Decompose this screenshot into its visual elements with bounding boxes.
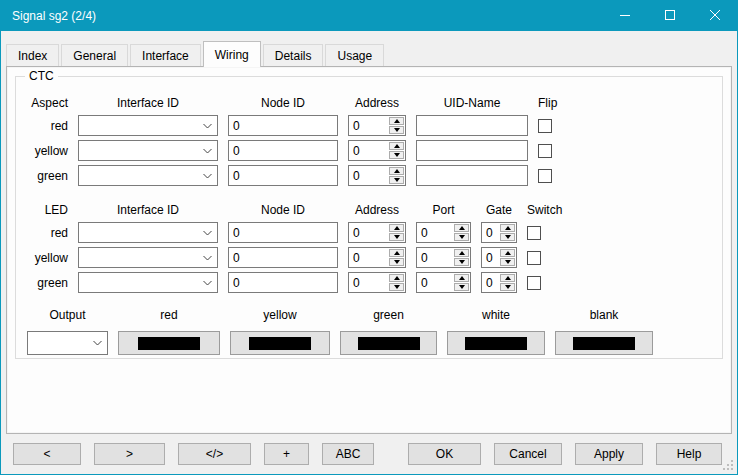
resize-grip-icon[interactable]: [723, 460, 733, 470]
spin-up-button[interactable]: [454, 274, 469, 282]
spin-up-button[interactable]: [454, 249, 469, 257]
spin-down-button[interactable]: [389, 283, 404, 291]
aspect-green-interface-combobox[interactable]: [78, 165, 218, 186]
spinner-value: 0: [350, 167, 389, 184]
spin-down-button[interactable]: [389, 151, 404, 159]
maximize-button[interactable]: [647, 1, 692, 31]
aspect-green-address-spinner[interactable]: 0: [348, 165, 406, 186]
aspect-yellow-uid-name-input[interactable]: [416, 140, 528, 161]
aspect-yellow-address-spinner[interactable]: 0: [348, 140, 406, 161]
gate-header: Gate: [481, 203, 517, 218]
aspect-green-node-id-input[interactable]: [228, 165, 338, 186]
chevron-down-icon: [203, 148, 212, 154]
spin-down-button[interactable]: [454, 258, 469, 266]
output-white-header: white: [447, 308, 545, 323]
spin-down-button[interactable]: [389, 176, 404, 184]
spin-down-button[interactable]: [389, 258, 404, 266]
spin-down-button[interactable]: [454, 283, 469, 291]
led-red-port-spinner[interactable]: 0: [416, 222, 471, 243]
led-yellow-switch-checkbox[interactable]: [527, 251, 541, 265]
triangle-up-icon: [459, 251, 465, 255]
led-green-interface-combobox[interactable]: [78, 272, 218, 293]
spin-down-button[interactable]: [389, 126, 404, 134]
tab-strip: Index General Interface Wiring Details U…: [1, 31, 737, 66]
output-yellow-color-button[interactable]: [230, 331, 330, 355]
output-red-color-button[interactable]: [118, 331, 220, 355]
triangle-up-icon: [505, 276, 511, 280]
output-combobox[interactable]: [27, 331, 108, 355]
tab-wiring[interactable]: Wiring: [203, 41, 261, 67]
aspect-green-uid-name-input[interactable]: [416, 165, 528, 186]
tab-usage[interactable]: Usage: [325, 44, 384, 66]
add-button[interactable]: +: [264, 443, 309, 465]
apply-button[interactable]: Apply: [575, 443, 643, 465]
led-red-switch-checkbox[interactable]: [527, 226, 541, 240]
spin-down-button[interactable]: [500, 283, 515, 291]
aspect-red-uid-name-input[interactable]: [416, 115, 528, 136]
spin-up-button[interactable]: [500, 224, 515, 232]
spin-up-button[interactable]: [500, 249, 515, 257]
output-yellow-header: yellow: [230, 308, 330, 323]
led-green-address-spinner[interactable]: 0: [348, 272, 406, 293]
spin-up-button[interactable]: [389, 117, 404, 125]
aspect-red-flip-checkbox[interactable]: [538, 119, 552, 133]
markup-button[interactable]: </>: [178, 443, 251, 465]
aspect-yellow-node-id-input[interactable]: [228, 140, 338, 161]
spin-up-button[interactable]: [389, 249, 404, 257]
aspect-yellow-flip-checkbox[interactable]: [538, 144, 552, 158]
abc-button[interactable]: ABC: [322, 443, 374, 465]
spin-up-button[interactable]: [389, 167, 404, 175]
aspect-red-address-spinner[interactable]: 0: [348, 115, 406, 136]
spin-down-button[interactable]: [500, 233, 515, 241]
flip-header: Flip: [538, 96, 553, 111]
spin-down-button[interactable]: [500, 258, 515, 266]
spin-up-button[interactable]: [500, 274, 515, 282]
output-red-header: red: [118, 308, 220, 323]
output-green-color-button[interactable]: [340, 331, 437, 355]
led-green-node-id-input[interactable]: [228, 272, 338, 293]
prev-button[interactable]: <: [13, 443, 81, 465]
led-yellow-node-id-input[interactable]: [228, 247, 338, 268]
output-blank-color-button[interactable]: [555, 331, 653, 355]
ok-button[interactable]: OK: [408, 443, 481, 465]
aspect-red-node-id-input[interactable]: [228, 115, 338, 136]
led-red-interface-combobox[interactable]: [78, 222, 218, 243]
chevron-down-icon: [203, 280, 212, 286]
aspect-section: Aspect Interface ID Node ID Address UID-…: [18, 96, 722, 186]
tab-general[interactable]: General: [61, 44, 128, 66]
spin-up-button[interactable]: [454, 224, 469, 232]
triangle-up-icon: [394, 276, 400, 280]
aspect-green-flip-checkbox[interactable]: [538, 169, 552, 183]
led-yellow-gate-spinner[interactable]: 0: [481, 247, 517, 268]
led-red-address-spinner[interactable]: 0: [348, 222, 406, 243]
tab-interface[interactable]: Interface: [130, 44, 201, 66]
tab-index[interactable]: Index: [6, 44, 59, 66]
led-green-port-spinner[interactable]: 0: [416, 272, 471, 293]
led-yellow-interface-combobox[interactable]: [78, 247, 218, 268]
led-red-node-id-input[interactable]: [228, 222, 338, 243]
spin-up-button[interactable]: [389, 224, 404, 232]
led-red-label: red: [18, 226, 68, 240]
led-red-gate-spinner[interactable]: 0: [481, 222, 517, 243]
aspect-yellow-interface-combobox[interactable]: [78, 140, 218, 161]
cancel-button[interactable]: Cancel: [494, 443, 562, 465]
next-button[interactable]: >: [94, 443, 165, 465]
spinner-value: 0: [418, 224, 454, 241]
button-label: </>: [206, 447, 223, 461]
spinner-value: 0: [350, 274, 389, 291]
minimize-button[interactable]: [602, 1, 647, 31]
spin-down-button[interactable]: [389, 233, 404, 241]
led-green-switch-checkbox[interactable]: [527, 276, 541, 290]
led-yellow-port-spinner[interactable]: 0: [416, 247, 471, 268]
tab-details[interactable]: Details: [263, 44, 324, 66]
tab-label: General: [73, 49, 116, 63]
output-white-color-button[interactable]: [447, 331, 545, 355]
aspect-red-interface-combobox[interactable]: [78, 115, 218, 136]
led-yellow-address-spinner[interactable]: 0: [348, 247, 406, 268]
led-green-gate-spinner[interactable]: 0: [481, 272, 517, 293]
help-button[interactable]: Help: [656, 443, 722, 465]
spin-down-button[interactable]: [454, 233, 469, 241]
spin-up-button[interactable]: [389, 142, 404, 150]
close-button[interactable]: [692, 1, 737, 31]
spin-up-button[interactable]: [389, 274, 404, 282]
